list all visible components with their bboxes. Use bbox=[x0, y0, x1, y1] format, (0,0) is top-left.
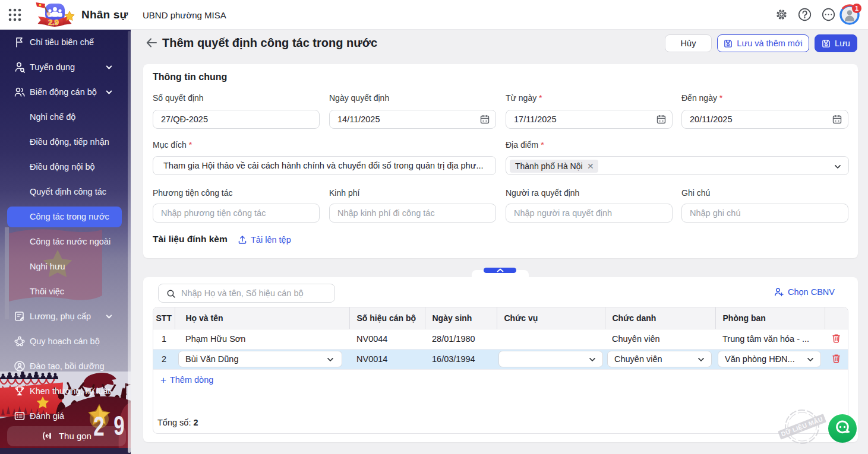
svg-text:1: 1 bbox=[855, 5, 858, 12]
svg-text:2.9: 2.9 bbox=[48, 18, 58, 27]
svg-text:DỮ LIỆU MẪU: DỮ LIỆU MẪU bbox=[780, 415, 824, 439]
